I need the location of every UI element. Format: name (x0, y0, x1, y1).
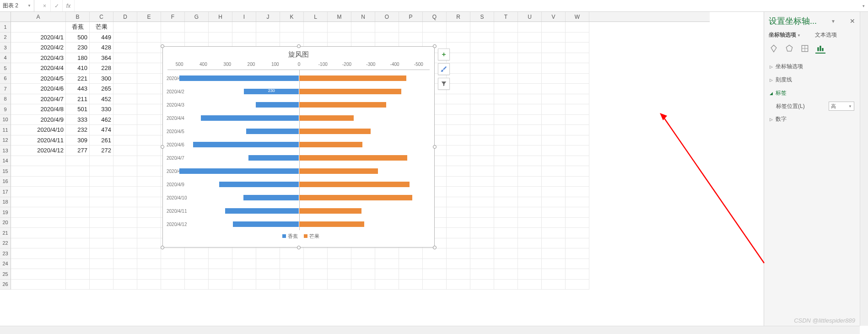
cell[interactable]: 2020/4/4 (11, 63, 66, 74)
cell[interactable] (304, 280, 328, 290)
cell[interactable] (494, 32, 518, 43)
pane-close-button[interactable]: ✕ (850, 17, 855, 25)
cell[interactable] (494, 207, 518, 218)
cell[interactable] (280, 269, 304, 280)
cell[interactable] (90, 207, 113, 218)
cell[interactable] (351, 22, 375, 32)
bar-banana[interactable] (233, 221, 299, 227)
cell[interactable] (11, 218, 66, 228)
cell[interactable]: 2020/4/10 (11, 125, 66, 135)
cell[interactable]: 211 (66, 94, 90, 105)
cell[interactable] (542, 187, 566, 197)
cell[interactable] (137, 53, 161, 64)
cell[interactable]: 462 (90, 115, 113, 125)
chart-plot-area[interactable]: 2020/4/12020/4/22302020/4/32020/4/42020/… (167, 70, 430, 230)
bar-banana[interactable] (243, 195, 299, 200)
bar-banana[interactable] (179, 75, 299, 81)
cell[interactable] (161, 22, 185, 32)
bar-banana[interactable] (248, 155, 299, 161)
cell[interactable] (542, 166, 566, 177)
cell[interactable] (11, 228, 66, 238)
section-axis-options[interactable]: ▷坐标轴选项 (769, 60, 855, 73)
row-header[interactable]: 23 (0, 248, 11, 259)
row-header[interactable]: 9 (0, 104, 11, 115)
cell[interactable]: 500 (66, 32, 90, 43)
resize-handle[interactable] (433, 246, 437, 249)
cell[interactable] (399, 32, 423, 43)
column-header[interactable]: B (66, 12, 90, 22)
cell[interactable] (375, 248, 399, 259)
cell[interactable] (399, 248, 423, 259)
pane-menu-caret-icon[interactable]: ▼ (831, 19, 836, 24)
cell[interactable] (66, 197, 90, 208)
row-header[interactable]: 22 (0, 238, 11, 249)
column-header[interactable]: H (209, 12, 232, 22)
cell[interactable] (90, 187, 113, 197)
cell[interactable] (113, 259, 137, 269)
cell[interactable] (11, 248, 66, 259)
cell[interactable]: 261 (90, 135, 113, 146)
cell[interactable] (494, 166, 518, 177)
cell[interactable]: 180 (66, 53, 90, 64)
cell[interactable] (375, 269, 399, 280)
cell[interactable] (137, 156, 161, 167)
cell[interactable]: 300 (90, 74, 113, 84)
cell[interactable] (518, 94, 542, 105)
cell[interactable] (494, 22, 518, 32)
cell[interactable] (161, 259, 185, 269)
cell[interactable] (566, 177, 589, 187)
cell[interactable]: 232 (66, 125, 90, 135)
horizontal-scrollbar[interactable] (0, 326, 860, 334)
cell[interactable] (470, 248, 494, 259)
cell[interactable] (280, 22, 304, 32)
row-header[interactable]: 10 (0, 115, 11, 125)
cell[interactable] (566, 63, 589, 74)
cell[interactable] (137, 74, 161, 84)
cell[interactable] (137, 248, 161, 259)
column-header[interactable]: V (542, 12, 566, 22)
cell[interactable]: 449 (90, 32, 113, 43)
cell[interactable] (11, 259, 66, 269)
bar-mango[interactable] (299, 168, 378, 174)
cell[interactable] (137, 269, 161, 280)
cell[interactable] (542, 207, 566, 218)
cell[interactable] (137, 218, 161, 228)
column-header[interactable]: P (399, 12, 423, 22)
cell[interactable] (280, 259, 304, 269)
cell[interactable] (518, 22, 542, 32)
cell[interactable]: 2020/4/11 (11, 135, 66, 146)
cell[interactable] (137, 207, 161, 218)
cell[interactable]: 443 (66, 84, 90, 94)
axis-options-icon[interactable] (815, 43, 825, 54)
tab-text-options[interactable]: 文本选项 (815, 32, 837, 38)
bar-mango[interactable] (299, 115, 354, 121)
cell[interactable] (185, 280, 209, 290)
cell[interactable] (470, 63, 494, 74)
cell[interactable] (137, 135, 161, 146)
cell[interactable] (113, 74, 137, 84)
select-all-corner[interactable] (0, 12, 11, 22)
cell[interactable] (470, 218, 494, 228)
column-header[interactable]: I (232, 12, 256, 22)
cell[interactable] (304, 32, 328, 43)
cell[interactable] (566, 259, 589, 269)
cell[interactable] (470, 177, 494, 187)
cell[interactable] (566, 94, 589, 105)
cell[interactable] (137, 94, 161, 105)
column-header[interactable]: C (90, 12, 113, 22)
row-header[interactable]: 11 (0, 125, 11, 135)
cell[interactable] (542, 43, 566, 53)
cell[interactable] (113, 197, 137, 208)
cell[interactable] (542, 125, 566, 135)
cell[interactable] (447, 269, 470, 280)
column-header[interactable]: K (280, 12, 304, 22)
row-header[interactable]: 15 (0, 166, 11, 177)
cell[interactable] (494, 115, 518, 125)
cell[interactable] (161, 269, 185, 280)
cell[interactable] (351, 259, 375, 269)
formula-confirm-button[interactable]: ✓ (51, 0, 63, 11)
cell[interactable] (399, 280, 423, 290)
cell[interactable] (11, 156, 66, 167)
row-header[interactable]: 26 (0, 280, 11, 290)
cell[interactable] (566, 32, 589, 43)
